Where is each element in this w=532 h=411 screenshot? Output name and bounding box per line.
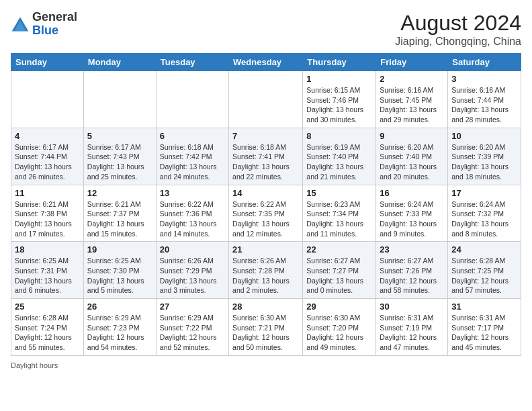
day-info: Sunrise: 6:28 AM Sunset: 7:25 PM Dayligh… — [451, 256, 517, 295]
weekday-header: Tuesday — [156, 54, 228, 71]
day-info: Sunrise: 6:25 AM Sunset: 7:31 PM Dayligh… — [15, 256, 80, 295]
day-info: Sunrise: 6:30 AM Sunset: 7:21 PM Dayligh… — [232, 313, 299, 353]
day-number: 26 — [87, 302, 152, 312]
day-number: 31 — [451, 302, 517, 312]
day-info: Sunrise: 6:20 AM Sunset: 7:40 PM Dayligh… — [380, 142, 444, 182]
day-number: 24 — [451, 244, 517, 255]
day-info: Sunrise: 6:29 AM Sunset: 7:22 PM Dayligh… — [160, 313, 225, 353]
weekday-header: Saturday — [448, 54, 521, 71]
calendar-cell: 6Sunrise: 6:18 AM Sunset: 7:42 PM Daylig… — [156, 128, 228, 185]
location: Jiaping, Chongqing, China — [395, 36, 521, 48]
day-number: 19 — [87, 244, 152, 255]
weekday-header: Wednesday — [229, 54, 303, 71]
calendar-cell: 15Sunrise: 6:23 AM Sunset: 7:34 PM Dayli… — [303, 185, 376, 242]
calendar-cell: 27Sunrise: 6:29 AM Sunset: 7:22 PM Dayli… — [156, 299, 228, 356]
weekday-header: Thursday — [303, 54, 376, 71]
logo-blue: Blue — [32, 24, 58, 37]
weekday-header: Sunday — [11, 54, 84, 71]
calendar-cell: 21Sunrise: 6:26 AM Sunset: 7:28 PM Dayli… — [229, 242, 303, 299]
day-number: 21 — [232, 244, 299, 255]
calendar-header-row: SundayMondayTuesdayWednesdayThursdayFrid… — [11, 54, 521, 71]
calendar-cell: 3Sunrise: 6:16 AM Sunset: 7:44 PM Daylig… — [448, 71, 521, 128]
day-info: Sunrise: 6:17 AM Sunset: 7:44 PM Dayligh… — [15, 142, 80, 182]
calendar-cell: 29Sunrise: 6:30 AM Sunset: 7:20 PM Dayli… — [303, 299, 376, 356]
day-number: 23 — [380, 244, 444, 255]
calendar-cell: 25Sunrise: 6:28 AM Sunset: 7:24 PM Dayli… — [11, 299, 84, 356]
calendar-week-row: 25Sunrise: 6:28 AM Sunset: 7:24 PM Dayli… — [11, 299, 521, 356]
logo-icon — [11, 15, 30, 34]
title-block: August 2024 Jiaping, Chongqing, China — [395, 11, 521, 48]
page-header: General Blue August 2024 Jiaping, Chongq… — [11, 11, 521, 48]
logo-text: General Blue — [32, 11, 77, 38]
day-number: 2 — [380, 74, 444, 84]
day-number: 28 — [232, 302, 299, 312]
day-info: Sunrise: 6:26 AM Sunset: 7:29 PM Dayligh… — [160, 256, 225, 295]
calendar-table: SundayMondayTuesdayWednesdayThursdayFrid… — [11, 53, 521, 356]
day-info: Sunrise: 6:17 AM Sunset: 7:43 PM Dayligh… — [87, 142, 152, 182]
day-info: Sunrise: 6:18 AM Sunset: 7:42 PM Dayligh… — [160, 142, 225, 182]
calendar-cell: 13Sunrise: 6:22 AM Sunset: 7:36 PM Dayli… — [156, 185, 228, 242]
calendar-cell: 18Sunrise: 6:25 AM Sunset: 7:31 PM Dayli… — [11, 242, 84, 299]
day-number: 25 — [15, 302, 80, 312]
day-number: 13 — [160, 188, 225, 198]
daylight-hours-label: Daylight hours — [11, 361, 58, 369]
day-number: 29 — [306, 302, 372, 312]
calendar-cell: 20Sunrise: 6:26 AM Sunset: 7:29 PM Dayli… — [156, 242, 228, 299]
day-info: Sunrise: 6:30 AM Sunset: 7:20 PM Dayligh… — [306, 313, 372, 353]
day-number: 16 — [380, 188, 444, 198]
footer-note: Daylight hours — [11, 361, 521, 369]
calendar-cell: 2Sunrise: 6:16 AM Sunset: 7:45 PM Daylig… — [376, 71, 448, 128]
day-number: 3 — [451, 74, 517, 84]
calendar-cell — [83, 71, 156, 128]
day-info: Sunrise: 6:27 AM Sunset: 7:27 PM Dayligh… — [306, 256, 372, 295]
calendar-cell: 14Sunrise: 6:22 AM Sunset: 7:35 PM Dayli… — [229, 185, 303, 242]
calendar-cell: 22Sunrise: 6:27 AM Sunset: 7:27 PM Dayli… — [303, 242, 376, 299]
logo-general: General — [32, 10, 77, 24]
day-info: Sunrise: 6:31 AM Sunset: 7:17 PM Dayligh… — [451, 313, 517, 353]
calendar-cell: 17Sunrise: 6:24 AM Sunset: 7:32 PM Dayli… — [448, 185, 521, 242]
calendar-cell — [11, 71, 84, 128]
month-year: August 2024 — [395, 11, 521, 36]
calendar-cell — [229, 71, 303, 128]
day-number: 27 — [160, 302, 225, 312]
day-info: Sunrise: 6:21 AM Sunset: 7:38 PM Dayligh… — [15, 199, 80, 239]
day-number: 1 — [306, 74, 372, 84]
weekday-header: Monday — [83, 54, 156, 71]
day-info: Sunrise: 6:31 AM Sunset: 7:19 PM Dayligh… — [380, 313, 444, 353]
calendar-cell: 12Sunrise: 6:21 AM Sunset: 7:37 PM Dayli… — [83, 185, 156, 242]
day-info: Sunrise: 6:28 AM Sunset: 7:24 PM Dayligh… — [15, 313, 80, 353]
day-info: Sunrise: 6:22 AM Sunset: 7:35 PM Dayligh… — [232, 199, 299, 239]
calendar-cell: 8Sunrise: 6:19 AM Sunset: 7:40 PM Daylig… — [303, 128, 376, 185]
calendar-cell: 11Sunrise: 6:21 AM Sunset: 7:38 PM Dayli… — [11, 185, 84, 242]
calendar-cell: 10Sunrise: 6:20 AM Sunset: 7:39 PM Dayli… — [448, 128, 521, 185]
day-number: 12 — [87, 188, 152, 198]
day-info: Sunrise: 6:29 AM Sunset: 7:23 PM Dayligh… — [87, 313, 152, 353]
day-info: Sunrise: 6:16 AM Sunset: 7:44 PM Dayligh… — [451, 85, 517, 125]
day-number: 15 — [306, 188, 372, 198]
calendar-week-row: 18Sunrise: 6:25 AM Sunset: 7:31 PM Dayli… — [11, 242, 521, 299]
day-info: Sunrise: 6:27 AM Sunset: 7:26 PM Dayligh… — [380, 256, 444, 295]
day-number: 17 — [451, 188, 517, 198]
day-info: Sunrise: 6:25 AM Sunset: 7:30 PM Dayligh… — [87, 256, 152, 295]
day-info: Sunrise: 6:26 AM Sunset: 7:28 PM Dayligh… — [232, 256, 299, 295]
day-number: 11 — [15, 188, 80, 198]
day-info: Sunrise: 6:19 AM Sunset: 7:40 PM Dayligh… — [306, 142, 372, 182]
day-number: 6 — [160, 131, 225, 141]
day-number: 4 — [15, 131, 80, 141]
calendar-cell: 19Sunrise: 6:25 AM Sunset: 7:30 PM Dayli… — [83, 242, 156, 299]
day-info: Sunrise: 6:24 AM Sunset: 7:32 PM Dayligh… — [451, 199, 517, 239]
day-number: 22 — [306, 244, 372, 255]
day-number: 7 — [232, 131, 299, 141]
day-number: 30 — [380, 302, 444, 312]
calendar-cell: 7Sunrise: 6:18 AM Sunset: 7:41 PM Daylig… — [229, 128, 303, 185]
day-number: 9 — [380, 131, 444, 141]
calendar-week-row: 4Sunrise: 6:17 AM Sunset: 7:44 PM Daylig… — [11, 128, 521, 185]
day-info: Sunrise: 6:21 AM Sunset: 7:37 PM Dayligh… — [87, 199, 152, 239]
logo: General Blue — [11, 11, 77, 38]
calendar-cell: 23Sunrise: 6:27 AM Sunset: 7:26 PM Dayli… — [376, 242, 448, 299]
calendar-cell: 4Sunrise: 6:17 AM Sunset: 7:44 PM Daylig… — [11, 128, 84, 185]
day-info: Sunrise: 6:18 AM Sunset: 7:41 PM Dayligh… — [232, 142, 299, 182]
day-number: 5 — [87, 131, 152, 141]
calendar-cell: 16Sunrise: 6:24 AM Sunset: 7:33 PM Dayli… — [376, 185, 448, 242]
day-info: Sunrise: 6:24 AM Sunset: 7:33 PM Dayligh… — [380, 199, 444, 239]
